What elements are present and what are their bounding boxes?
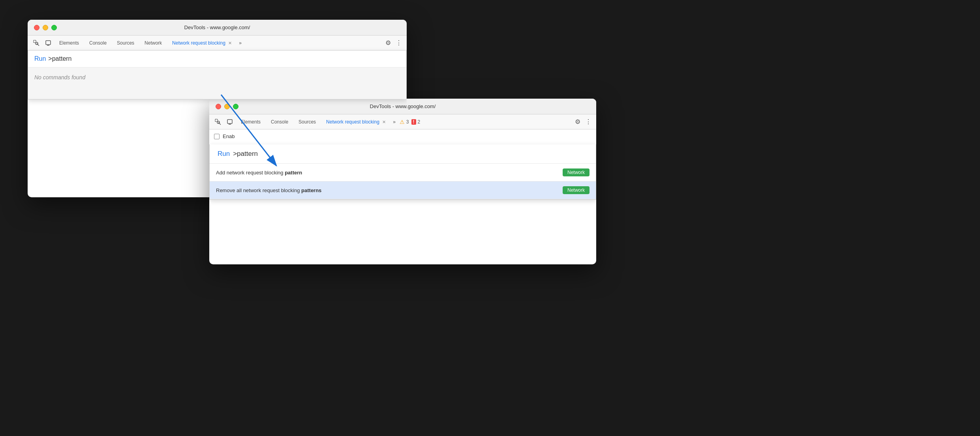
command-text-2: >pattern	[233, 150, 258, 158]
error-icon: !	[411, 119, 416, 125]
tab-network-1[interactable]: Network	[140, 39, 167, 47]
window-title-2: DevTools - www.google.com/	[370, 103, 436, 109]
inspect-icon-2[interactable]	[212, 116, 223, 127]
warning-count: 3	[406, 119, 409, 125]
tab-close-icon-2[interactable]: ✕	[382, 120, 386, 124]
maximize-button-2[interactable]	[233, 104, 238, 109]
tab-sources-2[interactable]: Sources	[294, 118, 321, 126]
tab-elements-1[interactable]: Elements	[54, 39, 84, 47]
title-bar-2: DevTools - www.google.com/	[209, 99, 596, 114]
network-badge-1: Network	[563, 168, 590, 176]
command-text-1: >pattern	[48, 55, 71, 62]
command-results-1: No commands found	[28, 67, 406, 99]
run-label-1: Run	[34, 55, 46, 62]
tab-bar-2: Elements Console Sources Network request…	[209, 114, 596, 129]
tab-close-icon-1[interactable]: ✕	[228, 41, 232, 45]
device-icon-1[interactable]	[43, 37, 54, 49]
run-label-2: Run	[218, 150, 230, 158]
svg-rect-0	[34, 40, 36, 43]
svg-rect-5	[215, 119, 218, 122]
command-palette-1: Run >pattern No commands found	[28, 51, 407, 99]
tab-elements-2[interactable]: Elements	[236, 118, 265, 126]
command-input-2[interactable]: Run >pattern	[210, 144, 596, 164]
tab-network-request-blocking-1[interactable]: Network request blocking ✕	[167, 39, 237, 47]
tab-console-2[interactable]: Console	[266, 118, 293, 126]
svg-rect-2	[46, 41, 51, 45]
device-icon-2[interactable]	[224, 116, 235, 127]
traffic-lights-2	[216, 104, 238, 109]
more-vert-icon-2[interactable]: ⋮	[584, 118, 593, 125]
no-commands-text-1: No commands found	[34, 74, 85, 80]
command-result-1[interactable]: Add network request blocking pattern Net…	[210, 164, 596, 182]
close-button-2[interactable]	[216, 104, 221, 109]
content-area-2: Enab	[209, 129, 596, 143]
tab-more-2[interactable]: »	[391, 119, 397, 125]
minimize-button-1[interactable]	[43, 25, 48, 30]
error-count: 2	[418, 119, 421, 125]
devtools-window-2: DevTools - www.google.com/ Elements Cons…	[209, 99, 596, 264]
maximize-button-1[interactable]	[51, 25, 57, 30]
svg-rect-7	[227, 120, 232, 124]
more-vert-icon-1[interactable]: ⋮	[394, 39, 404, 47]
command-result-2[interactable]: Remove all network request blocking patt…	[210, 182, 596, 199]
tab-console-1[interactable]: Console	[84, 39, 111, 47]
warning-badge: ⚠ 3	[400, 119, 409, 125]
enable-label-2: Enab	[223, 133, 235, 139]
close-button-1[interactable]	[34, 25, 39, 30]
command-result-text-1: Add network request blocking pattern	[216, 170, 302, 176]
error-badge: ! 2	[411, 119, 421, 125]
tab-network-request-blocking-2[interactable]: Network request blocking ✕	[321, 118, 390, 126]
title-bar-1: DevTools - www.google.com/	[28, 20, 407, 36]
tab-more-1[interactable]: »	[237, 40, 243, 46]
settings-icon-2[interactable]: ⚙	[573, 118, 583, 125]
window-title-1: DevTools - www.google.com/	[184, 24, 250, 30]
tab-sources-1[interactable]: Sources	[112, 39, 139, 47]
command-result-text-2: Remove all network request blocking patt…	[216, 187, 321, 193]
settings-icon-1[interactable]: ⚙	[383, 39, 393, 47]
command-palette-2: Run >pattern Add network request blockin…	[209, 144, 596, 200]
traffic-lights-1	[34, 25, 57, 30]
enable-row-2: Enab	[214, 133, 591, 139]
network-badge-2: Network	[563, 186, 590, 194]
warning-icon: ⚠	[400, 119, 405, 125]
enable-checkbox-2[interactable]	[214, 134, 220, 139]
minimize-button-2[interactable]	[224, 104, 230, 109]
tab-bar-1: Elements Console Sources Network Network…	[28, 36, 407, 51]
inspect-icon-1[interactable]	[31, 37, 42, 49]
command-input-1[interactable]: Run >pattern	[28, 51, 406, 67]
